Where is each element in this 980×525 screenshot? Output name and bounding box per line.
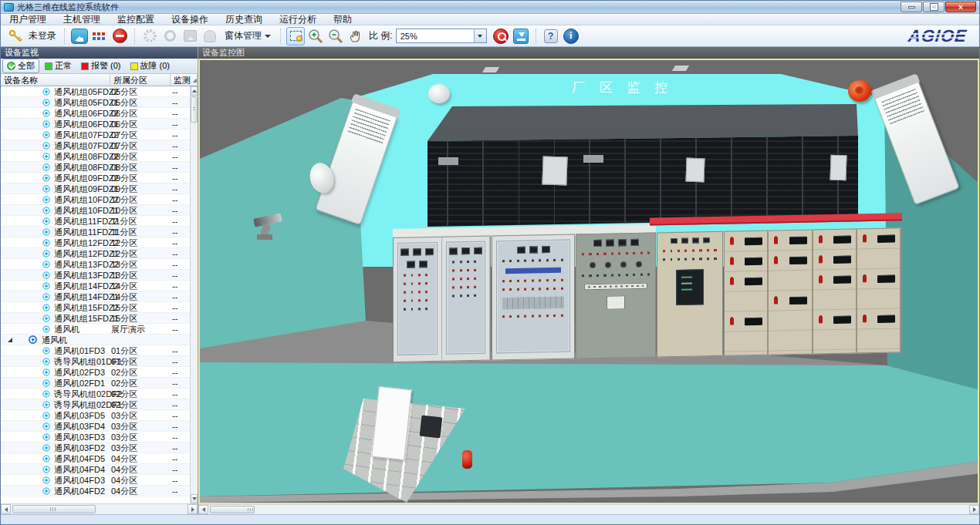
table-row[interactable]: 通风机组10FDZ210分区-- <box>1 194 190 205</box>
menu-device-operation[interactable]: 设备操作 <box>163 14 217 25</box>
monitor-view-title: 设备监控图 <box>198 47 979 59</box>
device-monitor-value: -- <box>172 281 177 291</box>
maximize-button[interactable] <box>923 2 945 12</box>
config-button[interactable] <box>90 27 109 45</box>
device-monitor-value: -- <box>172 173 177 183</box>
device-table-vscrollbar[interactable] <box>190 86 198 503</box>
menu-host-management[interactable]: 主机管理 <box>55 14 109 25</box>
table-row[interactable]: 通风机03FD303分区-- <box>1 432 190 443</box>
table-row[interactable]: 通风机03FD503分区-- <box>1 410 190 421</box>
device-table-hscrollbar[interactable] <box>1 503 198 514</box>
device-monitor-value: -- <box>172 194 177 205</box>
device-zone: 15分区 <box>111 313 137 324</box>
device-monitor-value: -- <box>172 270 177 281</box>
table-row[interactable]: 通风机展厅演示-- <box>1 324 190 335</box>
zoom-in-button[interactable] <box>306 27 325 45</box>
table-row[interactable]: 通风机03FD403分区-- <box>1 421 190 432</box>
tree-group-row[interactable]: 通风机 <box>1 335 190 345</box>
table-row[interactable]: 通风机04FD404分区-- <box>1 464 190 475</box>
device-zone: 14分区 <box>111 281 137 291</box>
filter-all-button[interactable]: 全部 <box>2 59 39 73</box>
table-row[interactable]: 通风机组11FDZ211分区-- <box>1 216 190 227</box>
select-tool-button[interactable] <box>286 27 305 45</box>
help-button[interactable]: ? <box>542 27 560 45</box>
scene-3d[interactable]: 厂 区 监 控 <box>200 60 978 503</box>
menu-help[interactable]: 帮助 <box>325 14 360 25</box>
table-row[interactable]: 通风机组13FDZ213分区-- <box>1 259 190 270</box>
minimize-button[interactable] <box>901 2 922 12</box>
table-row[interactable]: 通风机04FD204分区-- <box>1 486 190 496</box>
table-row[interactable]: 通风机组11FDZ111分区-- <box>1 227 190 237</box>
device-name: 通风机 <box>54 324 79 335</box>
column-monitor[interactable]: 监测 <box>171 74 198 86</box>
scroll-left-arrow[interactable] <box>198 505 208 514</box>
table-row[interactable]: 诱导风机组02DF102分区-- <box>1 399 190 410</box>
app-icon <box>4 3 14 12</box>
viewport-hscrollbar[interactable] <box>198 504 979 514</box>
menu-run-analysis[interactable]: 运行分析 <box>271 14 325 25</box>
device-icon <box>42 347 50 355</box>
column-device-name[interactable]: 设备名称 <box>1 74 110 86</box>
table-row[interactable]: 通风机组06FDZ106分区-- <box>1 119 190 130</box>
table-row[interactable]: 诱导风机组01DF101分区-- <box>1 356 190 367</box>
table-row[interactable]: 通风机02FD102分区-- <box>1 378 190 389</box>
menu-user-management[interactable]: 用户管理 <box>1 14 55 25</box>
table-row[interactable]: 诱导风机组02DF202分区-- <box>1 389 190 399</box>
table-row[interactable]: 通风机组13FDZ113分区-- <box>1 270 190 281</box>
table-row[interactable]: 通风机组15FDZ215分区-- <box>1 302 190 313</box>
table-row[interactable]: 通风机组08FDZ108分区-- <box>1 162 190 173</box>
scroll-right-arrow[interactable] <box>969 505 979 514</box>
hscroll-thumb[interactable] <box>12 505 96 513</box>
expander-icon[interactable] <box>8 338 12 342</box>
about-button[interactable]: i <box>562 27 580 45</box>
table-row[interactable]: 通风机04FD304分区-- <box>1 475 190 486</box>
device-monitor-value: -- <box>172 389 177 399</box>
filter-alarm-button[interactable]: 报警 (0) <box>77 59 125 72</box>
home-button[interactable] <box>70 27 89 45</box>
table-row[interactable]: 通风机01FD301分区-- <box>1 345 190 356</box>
close-button[interactable]: × <box>945 2 976 12</box>
combo-dropdown-button[interactable] <box>474 29 486 42</box>
window-manage-button[interactable]: 窗体管理 <box>221 27 275 45</box>
scroll-up-arrow[interactable] <box>191 86 198 96</box>
table-row[interactable]: 通风机组12FDZ112分区-- <box>1 248 190 259</box>
table-row[interactable]: 通风机组09FDZ109分区-- <box>1 183 190 194</box>
filter-normal-button[interactable]: 正常 <box>41 59 76 72</box>
vscroll-thumb[interactable] <box>191 96 198 123</box>
table-row[interactable]: 通风机04FD504分区-- <box>1 453 190 464</box>
scroll-right-arrow[interactable] <box>188 504 198 514</box>
column-zone[interactable]: 所属分区 <box>110 74 171 86</box>
table-row[interactable]: 通风机组05FDZ105分区-- <box>1 97 190 108</box>
scale-combobox[interactable]: 25% <box>396 29 487 43</box>
zoom-out-button[interactable] <box>326 27 345 45</box>
menu-history-query[interactable]: 历史查询 <box>217 14 271 25</box>
locate-button[interactable] <box>492 27 510 45</box>
login-button[interactable] <box>6 27 25 45</box>
table-row[interactable]: 通风机组12FDZ212分区-- <box>1 237 190 248</box>
save-view-button[interactable] <box>512 27 530 45</box>
save-icon <box>513 29 529 44</box>
table-row[interactable]: 通风机组09FDZ209分区-- <box>1 173 190 183</box>
filter-fault-button[interactable]: 故障 (0) <box>127 59 174 72</box>
stop-button[interactable] <box>110 27 129 45</box>
device-zone: 08分区 <box>111 151 137 162</box>
table-row[interactable]: 通风机组07FDZ207分区-- <box>1 130 190 140</box>
table-row[interactable]: 通风机组05FDZ205分区-- <box>1 86 190 97</box>
table-row[interactable]: 通风机组08FDZ208分区-- <box>1 151 190 162</box>
hscroll-thumb[interactable] <box>210 506 255 513</box>
table-row[interactable]: 通风机02FD302分区-- <box>1 367 190 378</box>
table-row[interactable]: 通风机组14FDZ114分区-- <box>1 291 190 302</box>
menu-monitor-config[interactable]: 监控配置 <box>109 14 163 25</box>
table-row[interactable]: 通风机组10FDZ110分区-- <box>1 205 190 216</box>
table-row[interactable]: 通风机组06FDZ206分区-- <box>1 108 190 119</box>
device-icon <box>42 217 50 225</box>
table-row[interactable]: 通风机组14FDZ214分区-- <box>1 281 190 291</box>
table-row[interactable]: 通风机组07FDZ107分区-- <box>1 140 190 151</box>
device-zone: 01分区 <box>111 356 137 367</box>
pan-button[interactable] <box>346 27 365 45</box>
table-row[interactable]: 通风机03FD203分区-- <box>1 443 190 453</box>
scroll-left-arrow[interactable] <box>1 504 11 514</box>
spinner-icon <box>144 29 157 42</box>
scroll-down-arrow[interactable] <box>191 494 198 503</box>
table-row[interactable]: 通风机组15FDZ115分区-- <box>1 313 190 324</box>
